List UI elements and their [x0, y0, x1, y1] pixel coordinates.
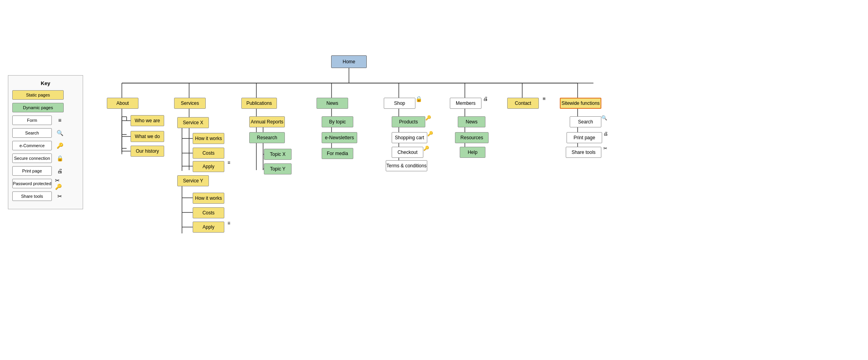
apply-y-label: Apply: [203, 224, 214, 230]
for-media-node[interactable]: For media: [322, 148, 353, 159]
apply-x-label: Apply: [203, 164, 214, 169]
our-history-node[interactable]: Our history: [131, 146, 164, 157]
share-sw-icon: ✂: [603, 146, 607, 151]
members-node[interactable]: Members 🖨: [450, 98, 481, 109]
key-item-secure: Secure connection 🔒: [12, 153, 79, 163]
contact-form-icon: ≡: [542, 96, 546, 102]
topic-y-node[interactable]: Topic Y: [264, 163, 292, 174]
print-page-sw-node[interactable]: Print page 🖨: [567, 132, 602, 143]
contact-node[interactable]: Contact ≡: [507, 98, 539, 109]
key-dynamic-node: Dynamic pages: [12, 103, 64, 112]
key-item-password: Password protected ✂🔑: [12, 179, 79, 188]
key-item-print: Print page 🖨: [12, 166, 79, 176]
about-node[interactable]: About: [107, 98, 138, 109]
costs-x-node[interactable]: Costs: [193, 148, 224, 159]
key-print-node: Print page: [12, 166, 52, 176]
share-tools-sw-node[interactable]: Share tools ✂: [566, 147, 601, 158]
share-icon: ✂: [55, 191, 64, 201]
share-sw-label: Share tools: [572, 150, 596, 155]
shop-label: Shop: [394, 100, 405, 106]
key-box: Key Static pages Dynamic pages Form ≡ Se…: [8, 75, 83, 209]
password-icon: ✂🔑: [55, 179, 64, 188]
contact-label: Contact: [515, 100, 531, 106]
key-search-node: Search: [12, 128, 52, 138]
shopping-cart-node[interactable]: Shopping cart 🔑: [392, 132, 427, 143]
news-node[interactable]: News: [316, 98, 348, 109]
search-icon: 🔍: [55, 128, 64, 138]
key-item-search: Search 🔍: [12, 128, 79, 138]
home-node[interactable]: Home: [331, 55, 367, 68]
help-node[interactable]: Help: [460, 147, 485, 158]
key-share-node: Share tools: [12, 191, 52, 201]
costs-y-node[interactable]: Costs: [193, 207, 224, 218]
key-password-node: Password protected: [12, 179, 52, 188]
shop-lock-icon: 🔒: [415, 96, 422, 102]
ecommerce-icon: 🔑: [55, 141, 64, 150]
key-item-ecommerce: e-Commerce 🔑: [12, 141, 79, 150]
apply-y-node[interactable]: Apply ≡: [193, 222, 224, 233]
main-canvas: Key Static pages Dynamic pages Form ≡ Se…: [0, 0, 868, 360]
products-node[interactable]: Products 🔑: [392, 116, 425, 127]
members-label: Members: [456, 100, 476, 106]
secure-icon: 🔒: [55, 153, 64, 163]
connector-lines: [0, 0, 868, 360]
topic-x-node[interactable]: Topic X: [264, 149, 292, 160]
search-sw-icon: 🔍: [601, 115, 607, 121]
publications-node[interactable]: Publications: [241, 98, 277, 109]
key-form-node: Form: [12, 116, 52, 125]
sitewide-node[interactable]: Sitewide functions: [560, 98, 601, 109]
key-ecommerce-node: e-Commerce: [12, 141, 52, 150]
research-node[interactable]: Research: [249, 132, 285, 143]
checkout-node[interactable]: Checkout 🔑: [392, 147, 423, 158]
key-static-node: Static pages: [12, 90, 64, 100]
products-label: Products: [399, 119, 418, 125]
form-icon: ≡: [55, 116, 64, 125]
resources-node[interactable]: Resources: [455, 132, 489, 143]
search-sw-label: Search: [578, 119, 593, 125]
print-sw-label: Print page: [574, 135, 595, 140]
service-y-node[interactable]: Service Y: [177, 175, 209, 186]
terms-node[interactable]: Terms & conditions: [386, 160, 427, 171]
what-we-do-node[interactable]: What we do: [131, 131, 164, 142]
print-icon: 🖨: [55, 166, 64, 176]
key-title: Key: [12, 80, 79, 86]
print-sw-icon: 🖨: [603, 131, 608, 136]
products-ecommerce-icon: 🔑: [425, 115, 431, 121]
how-it-works-x-node[interactable]: How it works: [193, 133, 224, 144]
checkout-label: Checkout: [398, 150, 418, 155]
shop-node[interactable]: Shop 🔒: [384, 98, 415, 109]
apply-x-node[interactable]: Apply ≡: [193, 161, 224, 172]
service-x-node[interactable]: Service X: [177, 117, 209, 128]
cart-icon: 🔑: [427, 131, 433, 136]
key-secure-node: Secure connection: [12, 153, 52, 163]
search-sw-node[interactable]: Search 🔍: [570, 116, 601, 127]
key-item-share: Share tools ✂: [12, 191, 79, 201]
who-we-are-node[interactable]: Who we are: [131, 115, 164, 126]
how-it-works-y-node[interactable]: How it works: [193, 193, 224, 204]
by-topic-node[interactable]: By topic: [322, 116, 353, 127]
members-print-icon: 🖨: [483, 96, 488, 102]
enewsletters-node[interactable]: e-Newsletters: [322, 132, 357, 143]
annual-reports-node[interactable]: Annual Reports: [249, 116, 285, 127]
members-news-node[interactable]: News: [458, 116, 485, 127]
key-item-static: Static pages: [12, 90, 79, 100]
key-item-form: Form ≡: [12, 116, 79, 125]
key-item-dynamic: Dynamic pages: [12, 103, 79, 112]
apply-y-form-icon: ≡: [227, 220, 230, 226]
apply-x-form-icon: ≡: [227, 160, 230, 165]
shopping-cart-label: Shopping cart: [395, 135, 424, 140]
checkout-icon: 🔑: [423, 146, 429, 151]
services-node[interactable]: Services: [174, 98, 206, 109]
